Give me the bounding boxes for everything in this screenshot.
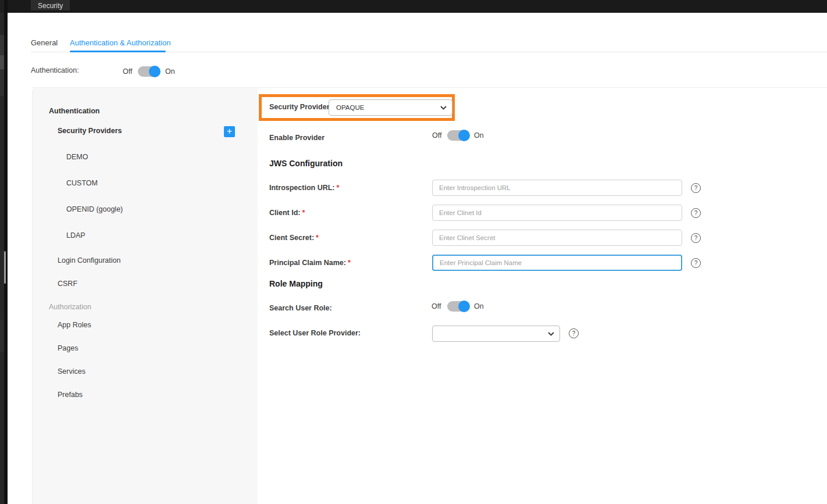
dock-segment xyxy=(0,0,4,13)
authentication-toggle-off-label: Off xyxy=(123,67,132,76)
top-bar: Security xyxy=(8,0,827,13)
dock-scrollbar-thumb[interactable] xyxy=(4,251,6,284)
search-user-role-label: Search User Role: xyxy=(269,304,332,312)
dock-segment xyxy=(0,69,4,96)
sidebar-item-pages[interactable]: Pages xyxy=(58,344,78,352)
client-id-label: Client Id:* xyxy=(269,209,305,217)
sidebar-item-security-providers[interactable]: Security Providers xyxy=(58,127,122,135)
security-settings-page: Security General Authentication & Author… xyxy=(0,0,827,504)
sidebar-item-services[interactable]: Services xyxy=(58,367,85,376)
active-tab-underline xyxy=(70,51,166,52)
toggle-knob xyxy=(458,130,470,141)
sidebar-item-csrf[interactable]: CSRF xyxy=(58,280,77,288)
search-user-role-toggle[interactable] xyxy=(447,301,469,312)
security-provider-label: Security Provider xyxy=(269,103,330,111)
required-asterisk: * xyxy=(302,209,305,217)
principal-claim-name-label: Principal Claim Name:* xyxy=(269,259,351,267)
user-role-provider-select[interactable] xyxy=(432,326,560,342)
dock-segment xyxy=(0,320,4,352)
security-sidebar: Authentication Security Providers + DEMO… xyxy=(32,88,258,504)
sidebar-item-provider-custom[interactable]: CUSTOM xyxy=(66,179,98,187)
question-mark-glyph: ? xyxy=(694,235,698,241)
jws-configuration-heading: JWS Configuration xyxy=(269,159,343,168)
security-provider-highlight-box: Security Provider OPAQUE xyxy=(259,94,455,121)
help-icon[interactable]: ? xyxy=(691,258,701,268)
sidebar-item-app-roles[interactable]: App Roles xyxy=(58,321,91,329)
security-provider-select-value: OPAQUE xyxy=(336,104,364,111)
sidebar-section-authentication[interactable]: Authentication xyxy=(49,107,100,115)
question-mark-glyph: ? xyxy=(694,210,698,216)
field-label-text: Client Id: xyxy=(269,209,300,217)
enable-provider-on-label: On xyxy=(474,131,484,140)
dock-segment xyxy=(0,35,4,55)
toggle-knob xyxy=(149,66,161,77)
toggle-knob xyxy=(458,301,470,312)
client-secret-label: Cient Secret:* xyxy=(269,234,319,242)
field-label-text: Principal Claim Name: xyxy=(269,259,346,267)
sidebar-item-login-configuration[interactable]: Login Configuration xyxy=(58,256,120,264)
required-asterisk: * xyxy=(316,234,319,242)
help-icon[interactable]: ? xyxy=(691,183,701,193)
add-provider-button[interactable]: + xyxy=(224,126,235,137)
required-asterisk: * xyxy=(337,184,340,192)
enable-provider-toggle[interactable] xyxy=(447,130,469,141)
field-label-text: Cient Secret: xyxy=(269,234,314,242)
tab-authentication-authorization[interactable]: Authentication & Authorization xyxy=(70,38,170,47)
sidebar-item-provider-openid[interactable]: OPENID (google) xyxy=(66,205,123,213)
client-id-input[interactable] xyxy=(432,205,682,221)
client-secret-input[interactable] xyxy=(432,230,682,246)
help-icon[interactable]: ? xyxy=(569,328,579,338)
required-asterisk: * xyxy=(348,259,351,267)
help-icon[interactable]: ? xyxy=(691,208,701,218)
search-user-role-on-label: On xyxy=(474,302,484,310)
security-window-tab[interactable]: Security xyxy=(31,0,70,10)
authentication-toggle[interactable] xyxy=(138,66,160,77)
introspection-url-input[interactable] xyxy=(432,180,682,196)
question-mark-glyph: ? xyxy=(694,260,698,266)
select-user-role-provider-label: Select User Role Provider: xyxy=(269,329,361,337)
sidebar-item-provider-demo[interactable]: DEMO xyxy=(66,153,88,161)
chevron-down-icon xyxy=(548,332,554,336)
left-dock-strip xyxy=(0,0,8,504)
tab-general[interactable]: General xyxy=(31,38,58,47)
dock-segment xyxy=(0,55,4,69)
authentication-toggle-on-label: On xyxy=(165,67,175,76)
search-user-role-off-label: Off xyxy=(432,302,441,310)
enable-provider-off-label: Off xyxy=(432,131,441,140)
enable-provider-label: Enable Provider xyxy=(269,134,325,142)
sidebar-section-authorization: Authorization xyxy=(49,303,91,311)
security-provider-select[interactable]: OPAQUE xyxy=(329,99,452,116)
authentication-toggle-label: Authentication: xyxy=(31,66,79,74)
question-mark-glyph: ? xyxy=(694,185,698,191)
introspection-url-label: Introspection URL:* xyxy=(269,184,339,192)
question-mark-glyph: ? xyxy=(572,330,576,337)
role-mapping-heading: Role Mapping xyxy=(269,279,323,288)
principal-claim-name-input[interactable] xyxy=(432,255,682,271)
chevron-down-icon xyxy=(440,106,447,110)
sidebar-item-prefabs[interactable]: Prefabs xyxy=(58,391,83,399)
help-icon[interactable]: ? xyxy=(691,233,701,243)
field-label-text: Introspection URL: xyxy=(269,184,335,192)
plus-icon: + xyxy=(227,126,232,136)
sidebar-item-provider-ldap[interactable]: LDAP xyxy=(66,231,85,240)
security-window-tab-label: Security xyxy=(38,1,63,10)
